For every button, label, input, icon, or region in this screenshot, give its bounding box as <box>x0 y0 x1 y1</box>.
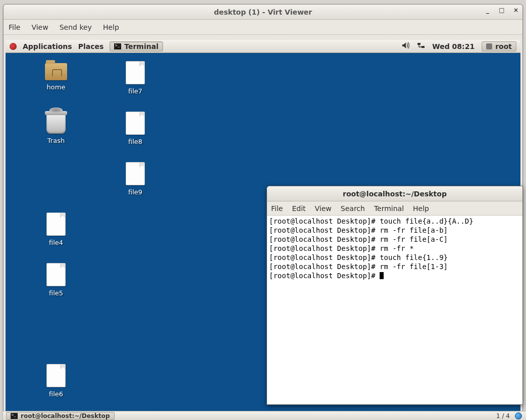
desktop-icon-home[interactable]: home <box>33 63 79 91</box>
panel-applications-menu[interactable]: Applications <box>23 42 72 50</box>
desktop-icon-file8[interactable]: file8 <box>113 112 158 145</box>
gnome-top-panel: Applications Places Terminal Wed 08:21 r… <box>6 40 520 53</box>
panel-clock[interactable]: Wed 08:21 <box>432 42 475 50</box>
terminal-menu-file[interactable]: File <box>271 204 283 213</box>
terminal-menu-terminal[interactable]: Terminal <box>374 204 404 213</box>
desktop-icon-label: file8 <box>128 138 142 145</box>
virt-menubar: File View Send key Help <box>4 20 522 35</box>
virt-title: desktop (1) - Virt Viewer <box>214 8 312 16</box>
desktop-icon-label: file5 <box>49 289 63 297</box>
panel-task-terminal-label: Terminal <box>124 42 159 50</box>
vm-desktop[interactable]: home Trash file7 file8 file9 file4 <box>6 53 520 417</box>
desktop-icon-label: file6 <box>49 390 63 398</box>
panel-left: Applications Places Terminal <box>10 41 163 51</box>
desktop-icon-label: home <box>47 83 66 91</box>
volume-icon[interactable] <box>402 42 410 50</box>
file-icon <box>126 162 145 185</box>
panel-right: Wed 08:21 root <box>402 41 516 51</box>
vm-display: Applications Places Terminal Wed 08:21 r… <box>6 40 520 417</box>
virt-menu-sendkey[interactable]: Send key <box>60 23 92 31</box>
network-icon[interactable] <box>417 42 425 50</box>
panel-task-terminal[interactable]: Terminal <box>110 41 163 51</box>
desktop-icon-file6[interactable]: file6 <box>33 364 79 398</box>
workspace-indicator-text: 1 / 4 <box>496 412 510 419</box>
desktop-icon-file4[interactable]: file4 <box>33 213 79 246</box>
virt-menu-file[interactable]: File <box>9 23 20 31</box>
terminal-menu-view[interactable]: View <box>315 204 332 213</box>
file-icon <box>46 364 66 387</box>
desktop-icon-label: file7 <box>128 87 142 95</box>
terminal-menu-search[interactable]: Search <box>341 204 365 213</box>
host-task-terminal[interactable]: root@localhost:~/Desktop <box>6 412 115 420</box>
workspace-switcher-icon[interactable] <box>515 412 522 419</box>
close-button[interactable]: × <box>512 7 519 14</box>
virt-menu-help[interactable]: Help <box>103 23 119 31</box>
host-taskbar: root@localhost:~/Desktop 1 / 4 <box>3 411 526 420</box>
desktop-icon-label: Trash <box>47 137 65 144</box>
maximize-button[interactable]: □ <box>498 7 505 14</box>
terminal-icon <box>114 43 121 49</box>
user-icon <box>486 43 492 49</box>
minimize-button[interactable]: _ <box>484 7 491 14</box>
svg-rect-0 <box>417 43 420 45</box>
folder-icon <box>45 63 67 80</box>
desktop-icon-file9[interactable]: file9 <box>113 162 158 196</box>
file-icon <box>46 263 66 286</box>
terminal-icon <box>11 413 18 419</box>
host-task-label: root@localhost:~/Desktop <box>21 412 110 419</box>
window-controls: _ □ × <box>484 7 519 14</box>
terminal-body[interactable]: [root@localhost Desktop]# touch file{a..… <box>267 216 522 404</box>
panel-user-menu[interactable]: root <box>482 41 516 51</box>
terminal-titlebar[interactable]: root@localhost:~/Desktop <box>267 186 522 201</box>
file-icon <box>46 213 66 236</box>
panel-places-menu[interactable]: Places <box>78 42 104 50</box>
file-icon <box>126 112 145 135</box>
desktop-icon-label: file4 <box>49 239 63 246</box>
virt-viewer-window: desktop (1) - Virt Viewer _ □ × File Vie… <box>3 4 523 420</box>
terminal-menu-edit[interactable]: Edit <box>292 204 305 213</box>
terminal-cursor <box>380 272 384 279</box>
panel-user-label: root <box>495 42 512 50</box>
distro-logo-icon <box>10 43 17 50</box>
terminal-menu-help[interactable]: Help <box>413 204 429 213</box>
host-taskbar-right: 1 / 4 <box>496 412 526 419</box>
terminal-menubar: File Edit View Search Terminal Help <box>267 201 522 216</box>
desktop-icon-label: file9 <box>128 188 142 196</box>
terminal-window[interactable]: root@localhost:~/Desktop File Edit View … <box>267 186 523 405</box>
desktop-icon-trash[interactable]: Trash <box>33 114 79 144</box>
file-icon <box>126 61 145 84</box>
desktop-icon-file5[interactable]: file5 <box>33 263 79 297</box>
desktop-icon-file7[interactable]: file7 <box>113 61 158 95</box>
trash-icon <box>46 114 66 134</box>
virt-menu-view[interactable]: View <box>31 23 48 31</box>
virt-titlebar[interactable]: desktop (1) - Virt Viewer _ □ × <box>4 5 522 20</box>
terminal-title: root@localhost:~/Desktop <box>343 190 447 198</box>
